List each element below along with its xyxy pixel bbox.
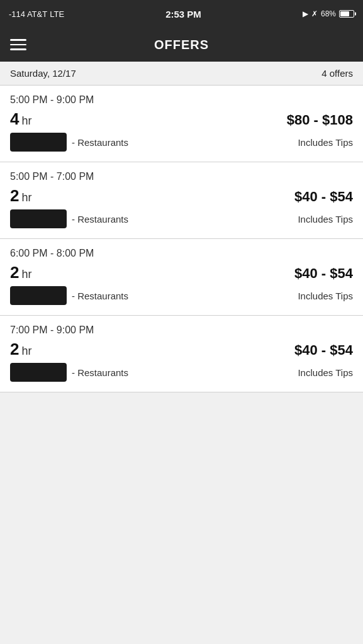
offer-duration: 2hr	[10, 263, 31, 282]
includes-tips-label: Includes Tips	[298, 291, 353, 301]
offer-duration: 2hr	[10, 186, 31, 206]
offer-restaurant: - Restaurants	[10, 363, 128, 382]
restaurant-label: - Restaurants	[72, 214, 128, 225]
restaurant-label: - Restaurants	[72, 291, 128, 301]
date-header: Saturday, 12/17 4 offers	[0, 62, 363, 86]
includes-tips-label: Includes Tips	[298, 214, 353, 225]
offer-row: 4hr $80 - $108	[10, 109, 353, 129]
offer-item[interactable]: 5:00 PM - 7:00 PM 2hr $40 - $54 - Restau…	[0, 162, 363, 239]
battery-percent: 68%	[321, 9, 336, 18]
restaurant-label: - Restaurants	[72, 137, 128, 148]
nav-bar: OFFERS	[0, 28, 363, 62]
restaurant-logo	[10, 286, 67, 305]
bottom-space	[0, 392, 363, 418]
offers-list: 5:00 PM - 9:00 PM 4hr $80 - $108 - Resta…	[0, 86, 363, 392]
restaurant-logo	[10, 209, 67, 228]
offer-pay: $40 - $54	[294, 265, 353, 282]
network-text: LTE	[50, 9, 64, 19]
location-icon: ▶	[303, 9, 308, 18]
includes-tips-label: Includes Tips	[298, 367, 353, 378]
offer-time-range: 6:00 PM - 8:00 PM	[10, 248, 353, 259]
offer-row: 2hr $40 - $54	[10, 340, 353, 359]
offer-duration-unit: hr	[21, 345, 31, 357]
date-text: Saturday, 12/17	[10, 68, 76, 79]
restaurant-label: - Restaurants	[72, 367, 128, 378]
restaurant-logo	[10, 363, 67, 382]
offer-duration-unit: hr	[21, 268, 31, 280]
offer-duration: 2hr	[10, 340, 31, 359]
offer-restaurant: - Restaurants	[10, 133, 128, 152]
offer-pay: $40 - $54	[294, 189, 353, 205]
hamburger-menu-button[interactable]	[10, 39, 26, 50]
battery-icon	[339, 10, 354, 18]
offers-count: 4 offers	[321, 68, 353, 79]
offer-details-row: - Restaurants Includes Tips	[10, 209, 353, 228]
offer-row: 2hr $40 - $54	[10, 263, 353, 282]
offer-details-row: - Restaurants Includes Tips	[10, 286, 353, 305]
offer-restaurant: - Restaurants	[10, 209, 128, 228]
includes-tips-label: Includes Tips	[298, 137, 353, 148]
status-icons: ▶ ✗ 68%	[303, 9, 354, 18]
status-bar: -114 AT&T LTE 2:53 PM ▶ ✗ 68%	[0, 0, 363, 28]
status-carrier: -114 AT&T LTE	[9, 9, 64, 19]
offer-details-row: - Restaurants Includes Tips	[10, 133, 353, 152]
offer-time-range: 5:00 PM - 9:00 PM	[10, 94, 353, 106]
offer-item[interactable]: 7:00 PM - 9:00 PM 2hr $40 - $54 - Restau…	[0, 316, 363, 392]
offer-row: 2hr $40 - $54	[10, 186, 353, 206]
offer-item[interactable]: 6:00 PM - 8:00 PM 2hr $40 - $54 - Restau…	[0, 239, 363, 316]
offer-duration: 4hr	[10, 109, 31, 129]
offer-pay: $40 - $54	[294, 342, 353, 358]
restaurant-logo	[10, 133, 67, 152]
hamburger-line-1	[10, 39, 26, 41]
hamburger-line-3	[10, 48, 26, 50]
nav-title: OFFERS	[154, 38, 209, 52]
hamburger-line-2	[10, 44, 26, 46]
offer-pay: $80 - $108	[287, 112, 353, 128]
bluetooth-icon: ✗	[311, 9, 318, 18]
carrier-text: -114 AT&T	[9, 9, 47, 19]
offer-details-row: - Restaurants Includes Tips	[10, 363, 353, 382]
offer-duration-unit: hr	[21, 114, 31, 127]
status-time: 2:53 PM	[165, 9, 201, 19]
offer-time-range: 5:00 PM - 7:00 PM	[10, 171, 353, 182]
offer-item[interactable]: 5:00 PM - 9:00 PM 4hr $80 - $108 - Resta…	[0, 86, 363, 162]
offer-time-range: 7:00 PM - 9:00 PM	[10, 325, 353, 336]
offer-duration-unit: hr	[21, 191, 31, 204]
offer-restaurant: - Restaurants	[10, 286, 128, 305]
